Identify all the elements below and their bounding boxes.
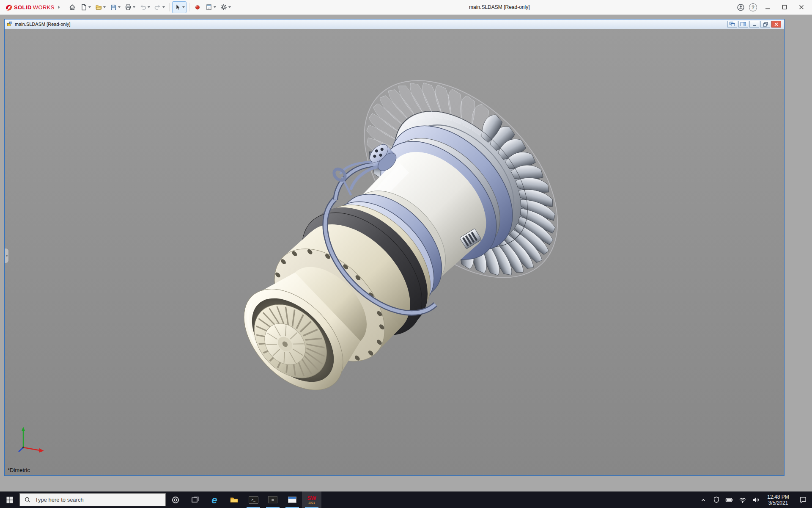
action-center-button[interactable] xyxy=(794,491,812,508)
document-window-controls xyxy=(727,21,782,28)
assembly-document-icon xyxy=(7,21,13,27)
solidworks-app-button[interactable]: SW 2021 xyxy=(302,491,321,508)
help-button[interactable]: ? xyxy=(749,3,757,11)
media-app-button[interactable] xyxy=(263,491,283,508)
print-button[interactable] xyxy=(123,1,137,13)
home-icon xyxy=(69,3,76,11)
record-macro-icon xyxy=(194,3,201,11)
cortana-icon xyxy=(172,496,179,504)
x-axis-arrow xyxy=(39,448,44,453)
menu-expand-arrow-icon[interactable] xyxy=(58,6,60,9)
volume-tray-button[interactable] xyxy=(749,491,762,508)
chevron-up-icon xyxy=(700,497,707,503)
solidworks-badge-year: 2021 xyxy=(308,501,315,504)
edge-button[interactable]: e xyxy=(205,491,224,508)
quick-access-toolbar xyxy=(67,1,233,13)
y-axis-arrow xyxy=(22,427,25,431)
task-view-icon xyxy=(191,496,199,503)
file-properties-button[interactable] xyxy=(203,1,218,13)
window-app-icon xyxy=(288,497,296,503)
app-titlebar: SOLIDWORKS xyxy=(0,0,812,15)
file-explorer-button[interactable] xyxy=(224,491,244,508)
doc-minimize-button[interactable] xyxy=(749,21,759,28)
toolbar-separator xyxy=(169,3,170,11)
doc-restore-icon xyxy=(763,22,768,27)
search-icon xyxy=(25,497,30,503)
system-tray: 12:48 PM 3/5/2021 xyxy=(697,491,812,508)
wifi-icon xyxy=(739,497,746,503)
undo-icon xyxy=(139,3,147,11)
print-dropdown-caret[interactable] xyxy=(133,6,135,8)
close-icon xyxy=(799,5,804,10)
brand-works: WORKS xyxy=(33,4,55,11)
solidworks-taskbar-icon: SW 2021 xyxy=(307,495,316,504)
select-dropdown-caret[interactable] xyxy=(182,6,185,8)
clock-time: 12:48 PM xyxy=(762,494,794,500)
options-button[interactable] xyxy=(218,1,233,13)
document-titlebar[interactable]: main.SLDASM [Read-only] xyxy=(5,19,784,29)
view-orientation-label: *Dimetric xyxy=(8,467,30,473)
minimize-button[interactable] xyxy=(761,2,774,12)
select-tool-button[interactable] xyxy=(172,1,187,13)
save-button[interactable] xyxy=(108,1,122,13)
open-button[interactable] xyxy=(93,1,107,13)
doc-restore-button[interactable] xyxy=(760,21,770,28)
task-view-button[interactable] xyxy=(185,491,205,508)
graphics-area[interactable]: *Dimetric xyxy=(5,29,784,475)
doc-close-icon xyxy=(774,22,779,27)
save-dropdown-caret[interactable] xyxy=(118,6,121,8)
document-title: main.SLDASM [Read-only] xyxy=(15,22,70,27)
dassault-logo-icon xyxy=(4,3,13,11)
terminal-icon: >_ xyxy=(249,496,258,504)
close-button[interactable] xyxy=(795,2,808,12)
redo-button[interactable] xyxy=(152,1,167,13)
new-document-icon xyxy=(80,3,88,11)
clock-date: 3/5/2021 xyxy=(762,500,794,506)
maximize-button[interactable] xyxy=(778,2,791,12)
split-view-button[interactable] xyxy=(738,21,748,28)
media-app-dot xyxy=(272,499,274,501)
home-button[interactable] xyxy=(67,1,78,13)
doc-close-button[interactable] xyxy=(771,21,781,28)
minimize-icon xyxy=(765,5,770,10)
terminal-glyph: >_ xyxy=(251,498,255,502)
cascade-windows-button[interactable] xyxy=(727,21,737,28)
redo-dropdown-caret[interactable] xyxy=(162,6,165,8)
undo-dropdown-caret[interactable] xyxy=(148,6,150,8)
shield-icon xyxy=(713,496,720,503)
window-app-button[interactable] xyxy=(283,491,302,508)
taskbar-search[interactable] xyxy=(19,493,166,506)
document-window: main.SLDASM [Read-only] xyxy=(4,19,785,476)
split-view-icon xyxy=(740,22,746,27)
tray-expand-button[interactable] xyxy=(697,491,710,508)
file-properties-caret[interactable] xyxy=(214,6,216,8)
battery-tray-button[interactable] xyxy=(723,491,736,508)
terminal-app-button[interactable]: >_ xyxy=(244,491,263,508)
new-dropdown-caret[interactable] xyxy=(88,6,91,8)
feature-pane-collapse-tab[interactable] xyxy=(5,248,9,263)
media-app-icon xyxy=(268,496,277,503)
taskbar-clock[interactable]: 12:48 PM 3/5/2021 xyxy=(762,494,794,506)
open-dropdown-caret[interactable] xyxy=(103,6,106,8)
search-input[interactable] xyxy=(34,496,161,503)
z-axis-arrow xyxy=(19,447,23,452)
app-window-title: main.SLDASM [Read-only] xyxy=(469,4,529,10)
security-tray-button[interactable] xyxy=(710,491,723,508)
account-icon[interactable] xyxy=(737,3,745,11)
file-properties-icon xyxy=(205,3,213,11)
speaker-icon xyxy=(752,496,760,503)
print-icon xyxy=(124,3,132,11)
engine-model xyxy=(5,29,784,475)
open-folder-icon xyxy=(95,3,102,11)
maximize-icon xyxy=(782,5,787,10)
network-tray-button[interactable] xyxy=(736,491,749,508)
new-document-button[interactable] xyxy=(78,1,93,13)
edge-icon: e xyxy=(211,495,217,505)
undo-button[interactable] xyxy=(137,1,152,13)
toolbar-separator xyxy=(189,3,189,11)
cortana-button[interactable] xyxy=(166,491,185,508)
options-dropdown-caret[interactable] xyxy=(228,6,231,8)
start-button[interactable] xyxy=(0,491,19,508)
record-macro-button[interactable] xyxy=(192,1,203,13)
notification-icon xyxy=(799,496,807,503)
